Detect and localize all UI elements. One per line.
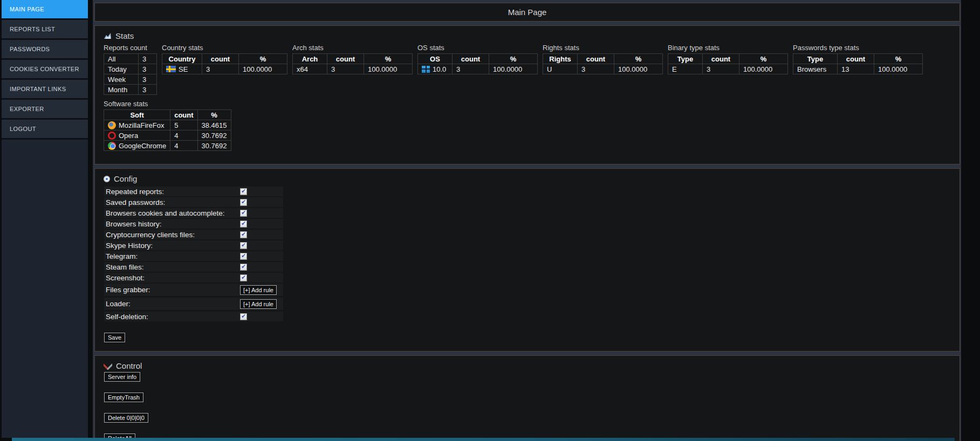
table-row: 10.0 3 100.0000 [418,64,538,74]
country-stats-table: Country count % SE 3 100.0000 [162,53,287,74]
saved-passwords-checkbox[interactable] [240,199,247,206]
config-label: Screenshot: [106,274,240,282]
reports-row-value: 3 [139,85,157,95]
table-row: GoogleChrome 4 30.7692 [104,141,231,151]
column-header: % [614,54,663,64]
config-label: Self-deletion: [106,313,240,321]
screenshot-checkbox[interactable] [240,274,247,281]
config-heading: Config [114,174,137,183]
column-header: % [364,54,413,64]
passwords-type-stats-table: Type count % Browsers 13 100.0000 [793,53,923,74]
column-header: % [489,54,538,64]
reports-count-group: Reports count All 3 Today 3 Week 3 Mont [104,44,157,95]
table-row: MozillaFireFox 5 38.4615 [104,120,231,130]
config-label: Browsers history: [106,220,240,228]
delete-counts-button[interactable]: Delete 0|0|0|0 [104,413,148,423]
software-pct: 30.7692 [197,130,231,141]
sidebar-item-logout[interactable]: LOGOUT [2,120,88,140]
server-info-button[interactable]: Server info [104,372,140,382]
passwords-type-count: 13 [838,64,874,74]
config-row-screenshot: Screenshot: [104,273,283,282]
sidebar-item-main-page[interactable]: MAIN PAGE [2,0,88,20]
config-label: Telegram: [106,252,240,260]
table-row: SE 3 100.0000 [162,64,287,74]
config-label: Loader: [106,300,240,308]
table-row: Week 3 [104,74,157,85]
os-stats-title: OS stats [417,44,538,52]
table-row: Month 3 [104,85,157,95]
stats-heading: Stats [115,31,134,40]
loader-add-rule-button[interactable]: [+] Add rule [240,299,277,309]
software-count: 4 [170,141,197,151]
reports-row-label: Week [104,74,139,85]
config-label: Cryptocurrency clients files: [106,231,240,239]
column-header: Soft [104,110,170,120]
table-header-row: Arch count % [293,54,413,64]
reports-row-value: 3 [139,64,157,74]
save-button[interactable]: Save [104,333,125,342]
os-stats-group: OS stats OS count % 10.0 3 100.0000 [417,44,538,74]
arch-stats-table: Arch count % x64 3 100.0000 [292,53,413,74]
config-label: Saved passwords: [106,198,240,206]
sidebar-item-important-links[interactable]: IMPORTANT LINKS [2,80,88,100]
rights-count: 3 [578,64,614,74]
config-row-browsers-cookies: Browsers cookies and autocomplete: [104,208,283,218]
config-label: Steam files: [106,263,240,271]
table-header-row: Soft count % [104,110,231,120]
binary-type-label: E [668,64,703,74]
reports-count-table: All 3 Today 3 Week 3 Month 3 [104,53,157,95]
arch-pct: 100.0000 [364,64,413,74]
config-icon [104,176,110,182]
sidebar-item-label: EXPORTER [10,106,44,112]
table-row: U 3 100.0000 [543,64,663,74]
table-header-row: Country count % [162,54,287,64]
table-row: Opera 4 30.7692 [104,130,231,141]
files-grabber-add-rule-button[interactable]: [+] Add rule [240,285,277,295]
steam-files-checkbox[interactable] [240,264,247,271]
arch-count: 3 [327,64,364,74]
sidebar-item-label: MAIN PAGE [10,6,44,12]
table-row: All 3 [104,54,157,64]
arch-stats-title: Arch stats [292,44,413,52]
browsers-cookies-checkbox[interactable] [240,210,247,217]
page-title: Main Page [508,8,547,17]
config-row-repeated-reports: Repeated reports: [104,187,283,196]
column-header: Rights [543,54,578,64]
telegram-checkbox[interactable] [240,253,247,260]
passwords-type-pct: 100.0000 [874,64,923,74]
repeated-reports-checkbox[interactable] [240,188,247,195]
passwords-type-stats-group: Passwords type stats Type count % Browse… [793,44,923,74]
binary-type-stats-group: Binary type stats Type count % E 3 100.0… [668,44,788,74]
cryptocurrency-files-checkbox[interactable] [240,231,247,238]
self-deletion-checkbox[interactable] [240,313,247,320]
reports-row-value: 3 [139,74,157,85]
column-header: count [327,54,364,64]
sidebar-item-passwords[interactable]: PASSWORDS [2,40,88,60]
rights-stats-group: Rights stats Rights count % U 3 100.0000 [543,44,663,74]
os-pct: 100.0000 [489,64,538,74]
control-section-header: Control [104,361,951,370]
config-row-steam-files: Steam files: [104,262,283,272]
passwords-type-stats-title: Passwords type stats [793,44,923,52]
skype-history-checkbox[interactable] [240,242,247,249]
sidebar-item-exporter[interactable]: EXPORTER [2,100,88,120]
sidebar: MAIN PAGE REPORTS LIST PASSWORDS COOKIES… [0,0,88,438]
empty-trash-button[interactable]: EmptyTrash [104,392,143,402]
arch-stats-group: Arch stats Arch count % x64 3 100.0000 [292,44,413,74]
browsers-history-checkbox[interactable] [240,220,247,228]
column-header: count [838,54,874,64]
sidebar-item-label: PASSWORDS [10,46,50,52]
sidebar-item-cookies-converter[interactable]: COOKIES CONVERTER [2,60,88,80]
crossed-tools-icon [104,362,112,370]
column-header: count [578,54,614,64]
column-header: Type [668,54,703,64]
binary-type-pct: 100.0000 [739,64,788,74]
sidebar-item-label: LOGOUT [10,126,36,132]
config-label: Browsers cookies and autocomplete: [106,209,240,217]
config-row-browsers-history: Browsers history: [104,219,283,229]
sidebar-item-reports-list[interactable]: REPORTS LIST [2,20,88,40]
windows-icon [422,66,430,73]
stats-section-header: Stats [104,31,951,40]
opera-icon [108,132,116,140]
rights-label: U [543,64,578,74]
